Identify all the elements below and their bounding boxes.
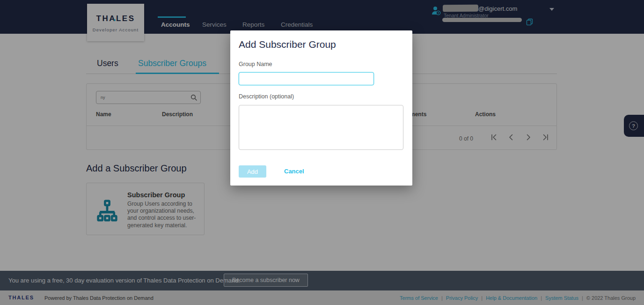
modal-title: Add Subscriber Group: [239, 39, 336, 50]
description-label: Description (optional): [239, 93, 294, 100]
group-name-label: Group Name: [239, 61, 272, 67]
cancel-button[interactable]: Cancel: [284, 168, 304, 175]
add-button[interactable]: Add: [239, 165, 266, 178]
page: Accounts Services Reports Credentials @d…: [0, 0, 644, 305]
description-textarea[interactable]: [239, 105, 403, 150]
add-subscriber-group-modal: Add Subscriber Group Group Name Descript…: [230, 30, 412, 186]
group-name-input[interactable]: [239, 72, 374, 85]
